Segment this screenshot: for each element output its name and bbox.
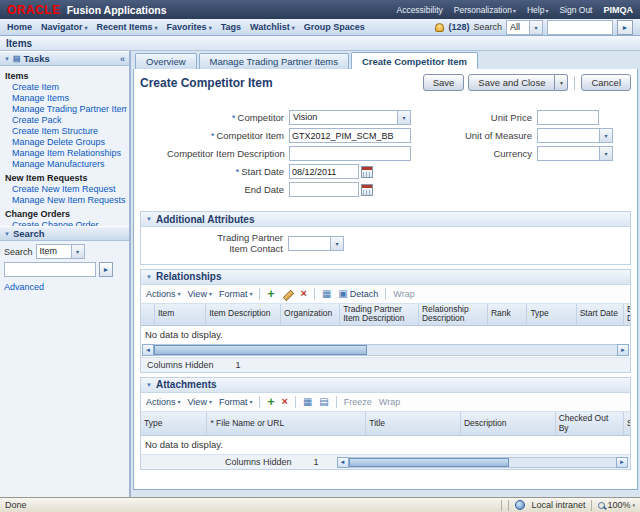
column-header-trading-partner-item-description[interactable]: Trading Partner Item Description <box>340 304 419 325</box>
column-header-file-name-or-url[interactable]: * File Name or URL <box>207 412 366 436</box>
detach-icon[interactable]: ▤ <box>319 397 328 407</box>
attachments-format-menu[interactable]: Format▾ <box>219 397 253 407</box>
menu-tags[interactable]: Tags <box>221 22 241 32</box>
end-date-calendar-icon[interactable] <box>361 184 373 196</box>
notifications-bell-icon[interactable] <box>435 23 444 32</box>
start-date-input[interactable] <box>289 164 359 179</box>
task-link-create-item[interactable]: Create Item <box>5 82 127 93</box>
sidebar-search-go-button[interactable]: ► <box>99 262 113 277</box>
wrap-button[interactable]: Wrap <box>393 289 414 299</box>
column-header-shared[interactable]: Sh <box>624 412 630 436</box>
scrollbar-track[interactable] <box>154 344 617 356</box>
start-date-calendar-icon[interactable] <box>361 166 373 178</box>
menu-home[interactable]: Home <box>7 22 32 32</box>
sign-out-link[interactable]: Sign Out <box>559 5 592 15</box>
detach-button[interactable]: ▣Detach <box>338 289 378 299</box>
save-and-close-button[interactable]: Save and Close <box>468 74 555 91</box>
attachments-header[interactable]: ▼ Attachments <box>141 378 630 393</box>
save-button[interactable]: Save <box>423 74 465 91</box>
unit-of-measure-select[interactable]: ▾ <box>537 128 613 143</box>
query-by-example-icon[interactable]: ▦ <box>322 289 331 299</box>
scrollbar-thumb[interactable] <box>349 458 509 467</box>
currency-select[interactable]: ▾ <box>537 146 613 161</box>
sidebar-search-input[interactable] <box>4 262 96 277</box>
task-link-manage-new-item-requests[interactable]: Manage New Item Requests <box>5 195 127 206</box>
unit-price-input[interactable] <box>537 110 599 125</box>
delete-icon[interactable]: × <box>300 288 306 299</box>
help-menu[interactable]: Help▾ <box>527 5 549 15</box>
advanced-search-link[interactable]: Advanced <box>4 282 44 292</box>
attachments-view-menu[interactable]: View▾ <box>188 397 212 407</box>
global-search-input[interactable] <box>547 20 613 35</box>
scroll-left-icon[interactable]: ◄ <box>337 457 349 468</box>
column-header-type[interactable]: Type <box>527 304 576 325</box>
relationships-format-menu[interactable]: Format▾ <box>219 289 253 299</box>
column-header-rank[interactable]: Rank <box>488 304 527 325</box>
wrap-button[interactable]: Wrap <box>379 397 400 407</box>
competitor-select[interactable]: Vision▾ <box>289 110 411 125</box>
column-header-checked-out-by[interactable]: Checked Out By <box>556 412 624 436</box>
save-and-close-dropdown-icon[interactable]: ▼ <box>555 74 568 91</box>
trading-partner-item-contact-select[interactable]: ▾ <box>288 236 344 251</box>
personalization-menu[interactable]: Personalization▾ <box>454 5 516 15</box>
add-row-icon[interactable]: + <box>267 288 274 300</box>
relationships-horizontal-scrollbar[interactable]: ◄ ► <box>142 344 629 356</box>
column-header-end-date[interactable]: End Date <box>624 304 630 325</box>
task-link-manage-manufacturers[interactable]: Manage Manufacturers <box>5 159 127 170</box>
notification-count[interactable]: (128) <box>448 22 469 32</box>
search-panel-header[interactable]: ▼ Search <box>0 226 129 241</box>
delete-attachment-icon[interactable]: × <box>281 396 287 407</box>
accessibility-link[interactable]: Accessibility <box>396 5 442 15</box>
add-attachment-icon[interactable]: + <box>267 396 274 408</box>
cancel-button[interactable]: Cancel <box>581 74 631 91</box>
task-link-create-new-item-request[interactable]: Create New Item Request <box>5 184 127 195</box>
sidebar-search-label: Search <box>4 247 33 257</box>
attachments-grid-header: Type * File Name or URL Title Descriptio… <box>141 412 630 437</box>
column-header-title[interactable]: Title <box>366 412 461 436</box>
sidebar-search-scope-select[interactable]: Item▾ <box>36 244 85 259</box>
menu-group-spaces[interactable]: Group Spaces <box>304 22 365 32</box>
zoom-control[interactable]: 100% ▾ <box>598 500 635 510</box>
column-header-type[interactable]: Type <box>141 412 207 436</box>
tab-overview[interactable]: Overview <box>135 53 197 69</box>
column-header-item-description[interactable]: Item Description <box>206 304 281 325</box>
menu-favorites[interactable]: Favorites▾ <box>167 22 212 32</box>
end-date-input[interactable] <box>289 182 359 197</box>
query-by-example-icon[interactable]: ▦ <box>303 397 312 407</box>
task-link-create-pack[interactable]: Create Pack <box>5 115 127 126</box>
relationships-view-menu[interactable]: View▾ <box>188 289 212 299</box>
scrollbar-track[interactable] <box>349 457 616 468</box>
scroll-right-icon[interactable]: ► <box>617 344 629 356</box>
tab-create-competitor-item[interactable]: Create Competitor Item <box>351 52 478 69</box>
competitor-item-description-input[interactable] <box>289 146 411 161</box>
column-header-organization[interactable]: Organization <box>281 304 340 325</box>
search-go-button[interactable]: ► <box>617 20 633 35</box>
menu-watchlist[interactable]: Watchlist▾ <box>250 22 295 32</box>
column-header-item[interactable]: Item <box>155 304 206 325</box>
relationships-actions-menu[interactable]: Actions▾ <box>146 289 181 299</box>
attachments-actions-menu[interactable]: Actions▾ <box>146 397 181 407</box>
search-scope-select[interactable]: All▾ <box>506 20 543 35</box>
menu-navigator[interactable]: Navigator▾ <box>41 22 88 32</box>
task-link-manage-items[interactable]: Manage Items <box>5 93 127 104</box>
competitor-item-input[interactable] <box>289 128 411 143</box>
tasks-panel-header[interactable]: ▼ ▤ Tasks « <box>0 51 129 66</box>
scrollbar-thumb[interactable] <box>154 345 367 355</box>
task-link-manage-trading-partner-items[interactable]: Manage Trading Partner Items <box>5 104 127 115</box>
task-link-manage-item-relationships[interactable]: Manage Item Relationships <box>5 148 127 159</box>
task-link-manage-delete-groups[interactable]: Manage Delete Groups <box>5 137 127 148</box>
column-header-description[interactable]: Description <box>461 412 556 436</box>
task-link-create-item-structure[interactable]: Create Item Structure <box>5 126 127 137</box>
scroll-left-icon[interactable]: ◄ <box>142 344 154 356</box>
attachments-horizontal-scrollbar[interactable]: ◄ ► <box>337 457 628 468</box>
menu-recent-items[interactable]: Recent Items▾ <box>97 22 158 32</box>
additional-attributes-header[interactable]: ▼ Additional Attributes <box>141 212 630 227</box>
edit-icon[interactable] <box>281 288 293 300</box>
freeze-button[interactable]: Freeze <box>344 397 372 407</box>
relationships-header[interactable]: ▼ Relationships <box>141 270 630 285</box>
scroll-right-icon[interactable]: ► <box>616 457 628 468</box>
tab-manage-trading-partner-items[interactable]: Manage Trading Partner Items <box>199 53 349 69</box>
collapse-pane-icon[interactable]: « <box>120 54 125 64</box>
column-header-start-date[interactable]: Start Date <box>577 304 624 325</box>
column-header-relationship-description[interactable]: Relationship Description <box>419 304 488 325</box>
